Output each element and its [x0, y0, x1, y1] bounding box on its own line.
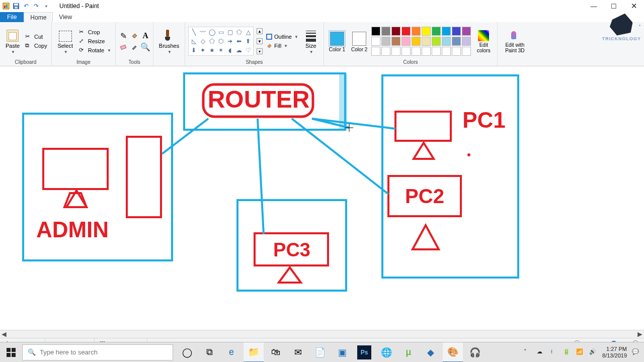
paint-taskbar-icon[interactable]: 🎨 — [443, 342, 463, 363]
notifications-icon[interactable]: 💬 — [632, 348, 640, 356]
taskbar-search[interactable]: 🔍 Type here to search — [22, 344, 173, 360]
palette-swatch[interactable] — [381, 27, 390, 36]
shape-rarrow[interactable]: ➔ — [226, 37, 234, 45]
onedrive-icon[interactable]: ☁ — [537, 348, 545, 356]
shape-roundcallout[interactable]: ◖ — [226, 46, 234, 54]
palette-swatch[interactable] — [442, 37, 451, 46]
shape-roundrect[interactable]: ▢ — [226, 28, 234, 36]
edit-paint3d-button[interactable]: Edit with Paint 3D — [501, 29, 529, 53]
discord-icon[interactable]: 🎧 — [465, 342, 485, 363]
color-palette[interactable] — [371, 27, 471, 56]
shape-rtriangle[interactable]: ◺ — [190, 37, 198, 45]
maximize-button[interactable]: ☐ — [604, 0, 624, 12]
crop-button[interactable]: ✂Crop — [78, 28, 112, 36]
palette-swatch[interactable] — [422, 37, 431, 46]
copy-button[interactable]: ⧉Copy — [24, 42, 48, 50]
palette-swatch[interactable] — [432, 27, 441, 36]
explorer-icon[interactable]: 📁 — [244, 342, 264, 363]
taskview-icon[interactable]: ⧉ — [199, 342, 219, 363]
palette-swatch[interactable] — [412, 47, 421, 56]
palette-swatch[interactable] — [422, 27, 431, 36]
redo-icon[interactable]: ↷ — [32, 2, 40, 10]
photoshop-icon[interactable]: Ps — [357, 345, 371, 359]
tab-view[interactable]: View — [53, 12, 78, 22]
palette-swatch[interactable] — [412, 37, 421, 46]
color2-button[interactable]: Color 2 — [349, 31, 369, 52]
palette-swatch[interactable] — [462, 37, 471, 46]
eraser-tool[interactable] — [119, 42, 128, 51]
palette-swatch[interactable] — [442, 27, 451, 36]
palette-swatch[interactable] — [462, 27, 471, 36]
bucket-tool[interactable] — [130, 31, 139, 40]
cut-button[interactable]: ✂Cut — [24, 33, 48, 41]
fill-button[interactable]: Fill▼ — [266, 42, 298, 49]
outline-button[interactable]: Outline▼ — [266, 33, 298, 40]
start-button[interactable] — [0, 342, 22, 363]
shape-curve[interactable]: 〰 — [199, 28, 207, 36]
cortana-icon[interactable]: ◯ — [177, 342, 197, 363]
pencil-tool[interactable]: ✎ — [119, 31, 128, 40]
qat-dropdown-icon[interactable]: ▾ — [42, 2, 50, 10]
tab-file[interactable]: File — [0, 12, 24, 22]
app1-icon[interactable]: ▣ — [332, 342, 352, 363]
shape-uarrow[interactable]: ⬆ — [244, 37, 252, 45]
size-button[interactable]: Size ▼ — [301, 29, 320, 54]
palette-swatch[interactable] — [381, 37, 390, 46]
shape-diamond[interactable]: ◇ — [199, 37, 207, 45]
palette-swatch[interactable] — [432, 37, 441, 46]
mail-icon[interactable]: ✉ — [288, 342, 308, 363]
edge-icon[interactable]: e — [221, 342, 242, 363]
paste-button[interactable]: Paste ▼ — [3, 26, 22, 57]
app2-icon[interactable]: ◆ — [421, 342, 441, 363]
palette-swatch[interactable] — [442, 47, 451, 56]
palette-swatch[interactable] — [381, 47, 390, 56]
palette-swatch[interactable] — [452, 37, 461, 46]
shape-rect[interactable]: ▭ — [217, 28, 225, 36]
tab-home[interactable]: Home — [24, 12, 53, 22]
palette-swatch[interactable] — [422, 47, 431, 56]
scroll-left[interactable]: ◄ — [0, 330, 8, 338]
shape-4star[interactable]: ✦ — [199, 46, 207, 54]
shape-cloudcallout[interactable]: ☁ — [235, 46, 243, 54]
edit-colors-button[interactable]: Edit colors — [473, 29, 494, 53]
palette-swatch[interactable] — [462, 47, 471, 56]
palette-swatch[interactable] — [432, 47, 441, 56]
shape-darrow[interactable]: ⬇ — [190, 46, 198, 54]
palette-swatch[interactable] — [371, 37, 380, 46]
gallery-scroll-down[interactable]: ▼ — [257, 38, 263, 44]
shapes-gallery[interactable]: ╲ 〰 ◯ ▭ ▢ ⬠ △ ◺ ◇ ⬠ ⬡ ➔ ⬅ ⬆ ⬇ ✦ ★ ✶ ◖ ☁ — [188, 27, 254, 56]
palette-swatch[interactable] — [452, 27, 461, 36]
wifi-icon[interactable]: 📶 — [576, 348, 584, 356]
gallery-more[interactable]: ▾ — [257, 48, 263, 54]
palette-swatch[interactable] — [401, 37, 411, 46]
text-tool[interactable]: A — [141, 31, 150, 40]
shape-5star[interactable]: ★ — [208, 46, 216, 54]
volume-icon[interactable]: 🔊 — [589, 348, 597, 356]
color1-button[interactable]: Color 1 — [327, 31, 347, 52]
picker-tool[interactable] — [130, 42, 139, 51]
shape-6star[interactable]: ✶ — [217, 46, 225, 54]
bluetooth-icon[interactable]: ᚼ — [550, 348, 558, 356]
drawing-canvas[interactable]: ROUTER ADMIN PC1 PC2 PC3 — [2, 68, 641, 325]
taskbar-clock[interactable]: 1:27 PM 8/13/2019 — [602, 346, 627, 358]
shape-polygon[interactable]: ⬠ — [235, 28, 243, 36]
palette-swatch[interactable] — [401, 27, 411, 36]
horizontal-scrollbar[interactable]: ◄ ► — [0, 330, 644, 338]
palette-swatch[interactable] — [412, 27, 421, 36]
store-icon[interactable]: 🛍 — [266, 342, 286, 363]
shape-line[interactable]: ╲ — [190, 28, 198, 36]
shape-oval[interactable]: ◯ — [208, 28, 216, 36]
palette-swatch[interactable] — [391, 37, 400, 46]
brushes-button[interactable]: Brushes ▼ — [156, 29, 182, 54]
shape-heart[interactable]: ♡ — [244, 46, 252, 54]
scroll-right[interactable]: ► — [636, 330, 644, 338]
gallery-scroll-up[interactable]: ▲ — [257, 28, 263, 34]
chrome-icon[interactable]: 🌐 — [376, 342, 396, 363]
resize-button[interactable]: ⤢Resize — [78, 37, 112, 45]
battery-icon[interactable]: 🔋 — [563, 348, 571, 356]
rotate-button[interactable]: ⟳Rotate▼ — [78, 46, 112, 54]
canvas-area[interactable]: ROUTER ADMIN PC1 PC2 PC3 — [0, 66, 644, 330]
shape-hexagon[interactable]: ⬡ — [217, 37, 225, 45]
palette-swatch[interactable] — [371, 27, 380, 36]
close-button[interactable]: ✕ — [624, 0, 644, 12]
